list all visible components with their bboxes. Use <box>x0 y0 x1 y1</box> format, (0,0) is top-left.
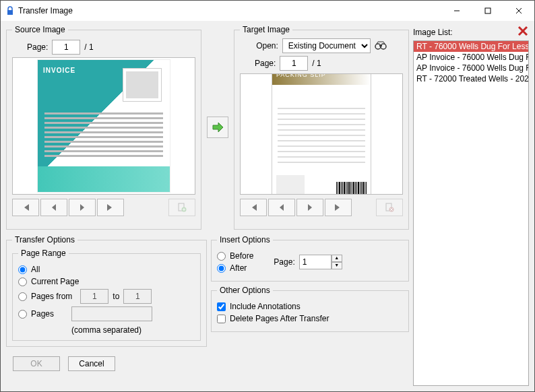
target-page-label: Page: <box>255 59 276 68</box>
minimize-button[interactable] <box>441 1 472 21</box>
check-include-annotations[interactable] <box>217 302 226 311</box>
transfer-options-group: Transfer Options Page Range All Current … <box>6 235 207 347</box>
list-item[interactable]: AP Invoice - 76000 Wells Dug For <box>414 52 528 63</box>
svg-rect-9 <box>379 45 382 46</box>
insert-page-label: Page: <box>274 257 294 267</box>
window-title: Transfer Image <box>18 6 441 15</box>
transfer-arrow-button[interactable] <box>207 117 228 138</box>
source-next-page-button[interactable] <box>69 199 96 216</box>
target-first-page-button[interactable] <box>240 199 267 216</box>
pages-list-input[interactable] <box>71 306 152 321</box>
target-prev-page-button[interactable] <box>268 199 295 216</box>
lock-icon <box>6 6 14 15</box>
radio-pages-list[interactable] <box>18 310 27 319</box>
titlebar: Transfer Image <box>1 1 534 21</box>
list-item[interactable]: RT - 72000 Treated Wells - 2020-F <box>414 73 528 84</box>
image-list[interactable]: RT - 76000 Wells Dug For Less - 2 AP Inv… <box>413 40 529 386</box>
insert-page-spinner[interactable]: ▲▼ <box>299 255 342 269</box>
source-image-group: Source Image Page: / 1 INVOICE <box>6 25 201 230</box>
list-item[interactable]: RT - 76000 Wells Dug For Less - 2 <box>414 41 528 52</box>
source-legend: Source Image <box>12 25 68 34</box>
transfer-image-window: Transfer Image Source Image Page: / 1 IN <box>0 0 535 392</box>
binoculars-icon[interactable] <box>375 40 387 52</box>
open-document-select[interactable]: Existing Document <box>282 38 371 53</box>
target-preview: PACKING SLIP <box>240 73 403 195</box>
close-button[interactable] <box>503 1 534 21</box>
spin-down-icon[interactable]: ▼ <box>332 262 342 269</box>
target-next-page-button[interactable] <box>296 199 323 216</box>
other-options-group: Other Options Include Annotations Delete… <box>211 286 409 332</box>
source-add-page-button[interactable] <box>168 199 195 216</box>
maximize-button[interactable] <box>472 1 503 21</box>
radio-before[interactable] <box>217 252 226 261</box>
radio-current-page[interactable] <box>18 277 27 286</box>
source-prev-page-button[interactable] <box>40 199 67 216</box>
source-page-label: Page: <box>27 42 48 52</box>
remove-image-icon[interactable] <box>517 25 529 39</box>
transfer-options-legend: Transfer Options <box>12 235 77 244</box>
pages-to-input[interactable] <box>123 289 152 304</box>
target-last-page-button[interactable] <box>325 199 352 216</box>
open-label: Open: <box>256 41 278 51</box>
comma-separated-note: (comma separated) <box>18 325 195 335</box>
ok-button[interactable]: OK <box>13 356 60 371</box>
svg-rect-0 <box>7 10 13 15</box>
target-page-total: / 1 <box>312 59 321 68</box>
source-preview: INVOICE <box>12 57 195 195</box>
radio-after[interactable] <box>217 264 226 273</box>
source-page-input[interactable] <box>52 40 80 55</box>
source-page-total: / 1 <box>84 42 93 52</box>
insert-options-group: Insert Options Before After Page: ▲▼ <box>211 235 409 282</box>
list-item[interactable]: AP Invoice - 76000 Wells Dug For <box>414 63 528 73</box>
cancel-button[interactable]: Cancel <box>68 356 115 371</box>
target-image-group: Target Image Open: Existing Document Pag… <box>234 25 409 230</box>
source-first-page-button[interactable] <box>12 199 39 216</box>
spin-up-icon[interactable]: ▲ <box>332 255 342 262</box>
radio-pages-from[interactable] <box>18 292 27 301</box>
radio-all[interactable] <box>18 265 27 274</box>
source-last-page-button[interactable] <box>97 199 124 216</box>
other-options-legend: Other Options <box>217 286 273 295</box>
pages-from-input[interactable] <box>80 289 108 304</box>
target-page-input[interactable] <box>280 56 308 71</box>
image-list-label: Image List: <box>413 28 453 37</box>
page-range-legend: Page Range <box>18 249 69 258</box>
check-delete-after[interactable] <box>217 315 226 323</box>
svg-rect-2 <box>485 8 491 13</box>
insert-options-legend: Insert Options <box>217 235 273 244</box>
target-legend: Target Image <box>240 25 292 34</box>
target-delete-page-button[interactable] <box>376 199 403 216</box>
